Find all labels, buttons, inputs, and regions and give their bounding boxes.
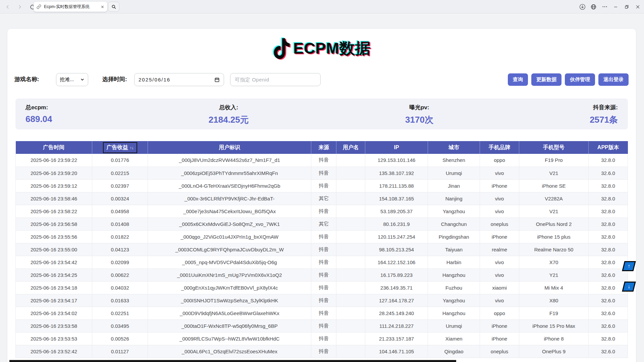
table-cell: _000jJ8VUm2dczRVW44S2s6z7_Nm1F7_d1: [148, 154, 311, 167]
table-cell: 0.02397: [92, 179, 148, 192]
calendar-icon[interactable]: [214, 77, 220, 82]
stat-value: 3170次: [405, 114, 433, 126]
forward-icon[interactable]: [16, 3, 23, 10]
table-cell: [336, 218, 365, 230]
globe-icon[interactable]: [588, 0, 599, 13]
table-cell: _000D9V9dqfjN6A5LoGeeBWwrGlaxehWKx: [148, 307, 311, 319]
table-cell: 抖音: [311, 332, 336, 345]
table-row: 2025-06-16 23:54:420.02099_0005_npq-MVD5…: [16, 256, 628, 268]
column-header: IP: [365, 141, 428, 154]
table-row: 2025-06-16 23:58:220.04958_000e7je3sNa47…: [16, 205, 628, 218]
table-cell: 32.8.0: [589, 230, 628, 243]
update-data-button[interactable]: 更新数据: [531, 73, 561, 86]
more-icon[interactable]: [599, 0, 610, 13]
table-cell: 0.01633: [92, 294, 148, 307]
column-header: 用户名: [336, 141, 365, 154]
stat-item: 总收入:2184.25元: [209, 104, 249, 129]
table-cell: 32.6.0: [589, 319, 628, 332]
table-cell: Hangzhou: [428, 268, 480, 281]
sort-icon: ↑↓: [130, 145, 133, 150]
stat-item: 曝光pv:3170次: [405, 104, 433, 129]
table-cell: 其它: [311, 218, 336, 230]
close-icon[interactable]: [632, 0, 643, 13]
table-cell: Xiamen: [428, 332, 480, 345]
logout-button[interactable]: 退出登录: [598, 73, 629, 86]
tiktok-note-icon: [273, 38, 291, 59]
stat-value: 2571条: [590, 114, 618, 126]
table-row: 2025-06-16 23:54:250.00622_0001UuiKmXNr1…: [16, 268, 628, 281]
table-cell: vivo: [480, 268, 519, 281]
sort-revenue-button[interactable]: 广告收益↑↓: [103, 142, 137, 153]
action-buttons: 查询更新数据伙伴管理退出登录: [508, 73, 629, 86]
table-cell: _000x-3r6CLRfdYP9VKfjRC-Jhr-EdBaT-: [148, 192, 311, 205]
table-cell: [336, 256, 365, 268]
table-cell: 0.01127: [92, 345, 148, 358]
table-row: 2025-06-16 23:52:420.01127_000AL6Pc1_O5z…: [16, 345, 628, 358]
tab-close-icon[interactable]: [101, 5, 104, 9]
table-cell: X70: [519, 256, 588, 268]
table-cell: [336, 192, 365, 205]
table-cell: OnePlus Nord 2: [519, 218, 588, 230]
table-cell: 154.108.37.165: [365, 192, 428, 205]
column-header: 城市: [428, 141, 480, 154]
table-cell: [336, 281, 365, 294]
stat-value: 2184.25元: [209, 114, 249, 126]
table-cell: _0006zpiOEj53PhTYdnmmr55ahrXIMRqFn: [148, 167, 311, 179]
table-cell: 21.233.157.187: [365, 332, 428, 345]
table-cell: 0.02251: [92, 307, 148, 319]
table-cell: 32.8.0: [589, 179, 628, 192]
table-cell: 2025-06-16 23:52:42: [16, 345, 92, 358]
table-cell: OnePlus 9: [519, 345, 588, 358]
table-cell: Shenzhen: [428, 154, 480, 167]
table-cell: 32.8.0: [589, 332, 628, 345]
column-header: 用户标识: [148, 141, 311, 154]
table-row: 2025-06-16 23:58:460.00324_000x-3r6CLRfd…: [16, 192, 628, 205]
table-cell: 2025-06-16 23:58:46: [16, 192, 92, 205]
table-cell: F19 Pro: [519, 154, 588, 167]
table-cell: _000qgo_J2ViGc01u4JXPrIn1g_bxXQmAW: [148, 230, 311, 243]
search-tabs-button[interactable]: [108, 2, 119, 12]
openid-input[interactable]: [230, 73, 321, 86]
table-cell: _000AL6Pc1_O5zqElvl72szsEoesXHuMex: [148, 345, 311, 358]
restore-icon[interactable]: [621, 0, 632, 13]
table-cell: [336, 230, 365, 243]
table-cell: 32.8.0: [589, 154, 628, 167]
app-title: ECPM数据: [293, 38, 371, 59]
table-cell: 0.04958: [92, 205, 148, 218]
table-cell: 抖音: [311, 154, 336, 167]
table-cell: _000taO1F-WxNc8TP-w5q06fy0Mrsg_6BP: [148, 319, 311, 332]
downloads-icon[interactable]: [577, 0, 588, 13]
table-cell: _0003COMLgC9RYFQhpmaJCuvDbuyDL2m_W: [148, 243, 311, 256]
bottom-edge-strip: [9, 360, 456, 362]
table-cell: Qingdao: [428, 345, 480, 358]
stat-item: 总ecpm:689.04: [25, 104, 52, 129]
table-cell: F19: [519, 307, 588, 319]
table-cell: iPhone: [480, 332, 519, 345]
table-cell: [336, 154, 365, 167]
query-button[interactable]: 查询: [508, 73, 528, 86]
table-cell: iPhone: [480, 319, 519, 332]
table-cell: 0.04123: [92, 243, 148, 256]
table-cell: 178.211.135.88: [365, 179, 428, 192]
table-cell: 32.6.0: [589, 307, 628, 319]
partner-manage-button[interactable]: 伙伴管理: [565, 73, 595, 86]
chevron-down-icon: [80, 77, 85, 82]
browser-titlebar: Ecpm-实时数据管理系统: [0, 0, 644, 13]
stats-summary: 总ecpm:689.04总收入:2184.25元曝光pv:3170次抖音来源:2…: [15, 99, 628, 129]
minimize-icon[interactable]: [610, 0, 621, 13]
back-icon[interactable]: [4, 3, 11, 10]
table-cell: Realme Narzo 50: [519, 243, 588, 256]
date-input[interactable]: 2025/06/16: [134, 73, 224, 86]
arrow-down-icon: ↓: [628, 284, 630, 290]
table-cell: 129.153.101.146: [365, 154, 428, 167]
table-cell: [336, 179, 365, 192]
table-cell: Fuzhou: [428, 281, 480, 294]
table-cell: 0.02215: [92, 167, 148, 179]
table-cell: Hangzhou: [428, 307, 480, 319]
game-select[interactable]: 抢滩...: [56, 73, 88, 86]
table-cell: 0.01776: [92, 154, 148, 167]
table-cell: 0.04032: [92, 281, 148, 294]
browser-tab[interactable]: Ecpm-实时数据管理系统: [34, 2, 107, 12]
table-cell: realme: [480, 243, 519, 256]
table-header-row: 广告时间广告收益↑↓用户标识来源用户名IP城市手机品牌手机型号APP版本: [16, 141, 628, 154]
